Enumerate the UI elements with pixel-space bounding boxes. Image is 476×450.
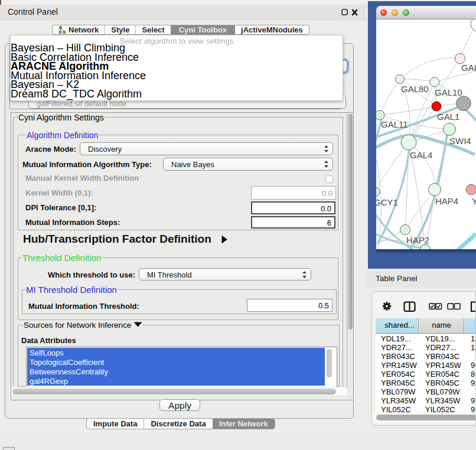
svg-text:GAL8: GAL8 (461, 63, 476, 73)
svg-text:GCY1: GCY1 (376, 197, 398, 207)
svg-text:GAL4: GAL4 (410, 150, 432, 160)
svg-text:Y: Y (472, 196, 476, 206)
svg-text:GAL10: GAL10 (435, 87, 462, 97)
svg-text:GAL11: GAL11 (381, 119, 408, 129)
svg-text:GAL80: GAL80 (401, 84, 429, 94)
svg-text:GAL1: GAL1 (437, 112, 459, 122)
svg-text:SWI4: SWI4 (449, 136, 471, 146)
svg-text:HAP2: HAP2 (406, 235, 429, 245)
svg-text:HAP4: HAP4 (435, 196, 458, 206)
